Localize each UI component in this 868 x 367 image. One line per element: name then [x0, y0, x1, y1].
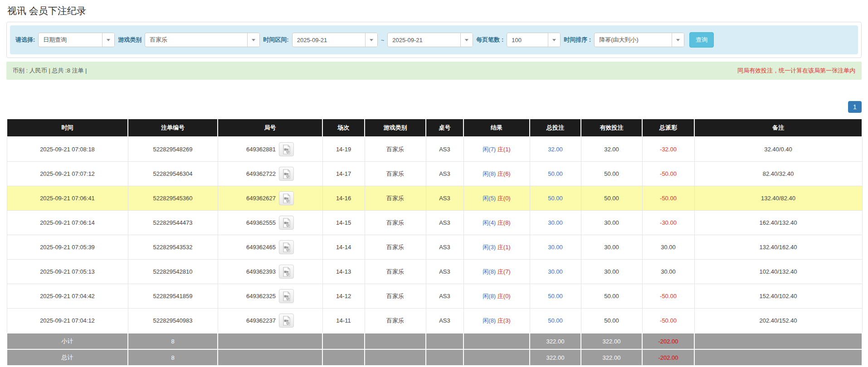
table-row: 2025-09-21 07:07:12 522829546304 6493627… — [7, 162, 862, 186]
table-row: 2025-09-21 07:06:41 522829545360 6493626… — [7, 186, 862, 211]
total-bet-cell: 32.00 — [530, 137, 581, 162]
video-replay-button[interactable] — [279, 314, 294, 328]
video-replay-button[interactable] — [279, 240, 294, 254]
video-replay-button[interactable] — [279, 142, 294, 156]
remark-text: 32.40/0.40 — [764, 146, 792, 153]
chevron-down-icon[interactable] — [548, 33, 560, 47]
total-bet-cell: 50.00 — [530, 186, 581, 211]
subtotal-count: 8 — [128, 333, 218, 349]
bet-number: 522829548269 — [153, 146, 193, 153]
round-no-cell: 649362555 — [218, 211, 322, 235]
table-row: 2025-09-21 07:05:13 522829542810 6493623… — [7, 260, 862, 284]
table-number: AS3 — [439, 170, 450, 177]
total-bet-link[interactable]: 50.00 — [548, 170, 563, 177]
chevron-down-icon[interactable] — [365, 33, 377, 47]
caret-icon — [252, 39, 255, 41]
total-bet-link[interactable]: 32.00 — [548, 146, 563, 153]
caret-icon — [465, 39, 468, 41]
session-cell: 14-15 — [322, 211, 365, 235]
video-replay-button[interactable] — [279, 289, 294, 303]
currency-summary-text: 币别 : 人民币 | 总共 :8 注单 | — [13, 67, 87, 75]
video-file-icon — [282, 145, 291, 155]
round-no-cell: 649362325 — [218, 284, 322, 309]
table-no-cell: AS3 — [426, 260, 463, 284]
sort-order-label: 时间排序 : — [564, 36, 591, 44]
payout-amount: -30.00 — [660, 219, 677, 226]
chevron-down-icon[interactable] — [102, 33, 114, 47]
valid-bet-amount: 50.00 — [604, 195, 619, 202]
valid-bet-cell: 30.00 — [581, 260, 642, 284]
round-no-cell: 649362465 — [218, 235, 322, 260]
video-file-icon — [282, 316, 291, 326]
bet-no-cell: 522829548269 — [128, 137, 218, 162]
remark-text: 152.40/102.40 — [759, 293, 797, 299]
session-cell: 14-19 — [322, 137, 365, 162]
table-no-cell: AS3 — [426, 211, 463, 235]
player-result: 闲(4) — [483, 219, 496, 226]
total-bet-link[interactable]: 50.00 — [548, 293, 563, 299]
col-game-type: 游戏类别 — [365, 119, 426, 137]
valid-bet-cell: 50.00 — [581, 309, 642, 333]
video-file-icon — [282, 291, 291, 301]
total-bet-link[interactable]: 50.00 — [548, 195, 563, 202]
game-type: 百家乐 — [386, 244, 404, 251]
session-number: 14-11 — [336, 317, 351, 324]
session-number: 14-15 — [336, 219, 351, 226]
session-cell: 14-14 — [322, 235, 365, 260]
payout-amount: 30.00 — [661, 268, 676, 275]
date-from-picker[interactable]: 2025-09-21 — [292, 33, 378, 47]
session-cell: 14-17 — [322, 162, 365, 186]
round-number: 649362555 — [246, 219, 276, 226]
video-file-icon — [282, 267, 291, 277]
video-replay-button[interactable] — [279, 167, 294, 181]
video-replay-button[interactable] — [279, 265, 294, 279]
total-bet-link[interactable]: 30.00 — [548, 268, 563, 275]
page-1-button[interactable]: 1 — [848, 101, 862, 113]
sort-order-select[interactable]: 降幂(由大到小) — [594, 33, 684, 47]
player-result: 闲(7) — [483, 146, 496, 153]
valid-bet-amount: 50.00 — [604, 293, 619, 299]
session-number: 14-12 — [336, 293, 351, 299]
game-type-cell: 百家乐 — [365, 211, 426, 235]
total-bet-link[interactable]: 30.00 — [548, 244, 563, 251]
table-number: AS3 — [439, 219, 450, 226]
total-total-bet: 322.00 — [530, 349, 581, 366]
player-result: 闲(3) — [483, 244, 496, 251]
total-bet-link[interactable]: 50.00 — [548, 317, 563, 324]
payout-cell: -30.00 — [642, 211, 694, 235]
valid-bet-amount: 50.00 — [604, 317, 619, 324]
chevron-down-icon[interactable] — [672, 33, 684, 47]
total-bet-link[interactable]: 30.00 — [548, 219, 563, 226]
round-no-cell: 649362881 — [218, 137, 322, 162]
chevron-down-icon[interactable] — [460, 33, 473, 47]
remark-cell: 32.40/0.40 — [694, 137, 862, 162]
subtotal-label: 小计 — [7, 333, 128, 349]
chevron-down-icon[interactable] — [247, 33, 259, 47]
search-button[interactable]: 查询 — [689, 32, 714, 48]
time-cell: 2025-09-21 07:05:13 — [7, 260, 128, 284]
valid-bet-amount: 32.00 — [604, 146, 619, 153]
session-number: 14-14 — [336, 244, 351, 251]
col-bet-no: 注单编号 — [128, 119, 218, 137]
result-cell: 闲(8) 庄(6) — [463, 162, 530, 186]
bet-number: 522829544473 — [153, 219, 193, 226]
bet-time: 2025-09-21 07:06:41 — [40, 195, 95, 202]
game-type: 百家乐 — [386, 293, 404, 299]
game-type-cell: 百家乐 — [365, 162, 426, 186]
table-no-cell: AS3 — [426, 284, 463, 309]
payout-amount: -50.00 — [660, 317, 677, 324]
game-type: 百家乐 — [386, 317, 404, 324]
game-type-select[interactable]: 百家乐 — [145, 33, 260, 47]
total-bet-cell: 50.00 — [530, 162, 581, 186]
bet-number: 522829540983 — [153, 317, 193, 324]
query-type-select[interactable]: 日期查询 — [38, 33, 115, 47]
page-size-select[interactable]: 100 — [507, 33, 561, 47]
valid-bet-cell: 50.00 — [581, 284, 642, 309]
video-replay-button[interactable] — [279, 191, 294, 205]
remark-text: 162.40/132.40 — [759, 219, 797, 226]
session-cell: 14-12 — [322, 284, 365, 309]
time-cell: 2025-09-21 07:04:12 — [7, 309, 128, 333]
player-result: 闲(8) — [483, 268, 496, 275]
date-to-picker[interactable]: 2025-09-21 — [387, 33, 473, 47]
video-replay-button[interactable] — [279, 216, 294, 230]
